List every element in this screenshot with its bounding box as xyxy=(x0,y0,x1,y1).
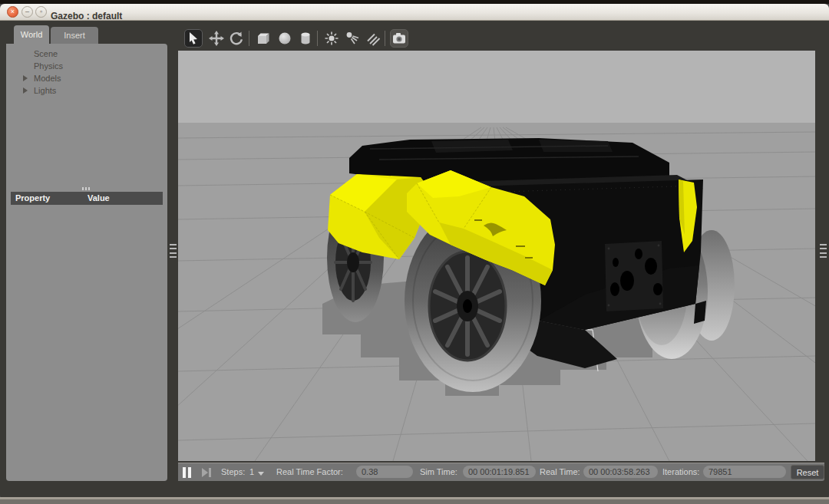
sphere-icon xyxy=(277,31,292,46)
left-splitter-handle[interactable] xyxy=(170,242,177,259)
titlebar[interactable]: × – ▫ Gazebo : default xyxy=(0,4,829,21)
rotate-icon xyxy=(229,31,244,46)
cylinder-icon xyxy=(298,31,313,46)
rear-panel xyxy=(605,241,663,311)
insert-sphere-button[interactable] xyxy=(276,29,294,48)
point-light-button[interactable] xyxy=(322,29,341,48)
tree-item-lights[interactable]: Lights xyxy=(6,84,167,97)
property-table-header: Property Value xyxy=(11,192,163,205)
world-tree: Scene Physics Models Lights xyxy=(6,48,167,97)
toolbar-separator xyxy=(249,31,249,46)
expand-arrow-icon[interactable] xyxy=(23,87,28,94)
spot-light-icon xyxy=(345,31,360,46)
maximize-icon[interactable]: ▫ xyxy=(35,6,47,18)
insert-box-button[interactable] xyxy=(254,29,272,48)
real-time-value: 00 00:03:58.263 xyxy=(583,466,658,478)
rotate-tool-button[interactable] xyxy=(227,29,246,48)
tree-item-scene[interactable]: Scene xyxy=(6,48,167,60)
steps-value[interactable]: 1 xyxy=(249,467,254,476)
right-splitter-handle[interactable] xyxy=(820,242,827,259)
sim-time-label: Sim Time: xyxy=(420,467,457,476)
iterations-label: Iterations: xyxy=(662,467,699,476)
simulation-statusbar: Steps: 1 Real Time Factor: 0.38 Sim Time… xyxy=(178,463,824,481)
directional-light-icon xyxy=(365,31,381,46)
minimize-icon[interactable]: – xyxy=(21,6,33,18)
point-light-icon xyxy=(324,31,339,46)
gazebo-window: × – ▫ Gazebo : default World Insert Scen… xyxy=(0,0,829,504)
close-icon[interactable]: × xyxy=(7,6,18,18)
value-column-header: Value xyxy=(88,192,110,205)
spot-light-button[interactable] xyxy=(343,29,362,48)
tree-item-physics[interactable]: Physics xyxy=(6,60,167,72)
camera-icon xyxy=(391,31,407,46)
expand-arrow-icon[interactable] xyxy=(23,75,28,81)
tree-item-models[interactable]: Models xyxy=(6,72,167,84)
viewport-toolbar xyxy=(178,25,829,51)
reset-button[interactable]: Reset xyxy=(791,465,824,479)
translate-icon xyxy=(209,31,224,46)
insert-cylinder-button[interactable] xyxy=(296,29,315,48)
tab-world[interactable]: World xyxy=(14,25,49,44)
iterations-value: 79851 xyxy=(703,466,786,478)
steps-dropdown-icon[interactable] xyxy=(258,472,264,476)
rtf-label: Real Time Factor: xyxy=(276,467,343,476)
desktop-strip-bottom xyxy=(0,499,829,504)
select-tool-button[interactable] xyxy=(184,29,203,48)
directional-light-button[interactable] xyxy=(364,29,382,48)
translate-tool-button[interactable] xyxy=(207,29,226,48)
toolbar-separator xyxy=(317,31,318,46)
3d-viewport[interactable] xyxy=(178,51,815,461)
toolbar-separator xyxy=(385,31,385,46)
steps-label: Steps: xyxy=(221,467,245,476)
step-button[interactable] xyxy=(202,468,213,477)
sky xyxy=(178,51,815,123)
sim-time-value: 00 00:01:19.851 xyxy=(463,466,536,478)
window-title: Gazebo : default xyxy=(51,11,122,21)
box-icon xyxy=(256,31,271,46)
select-arrow-icon xyxy=(187,31,200,45)
world-panel: Scene Physics Models Lights Property Val… xyxy=(6,44,167,481)
3d-scene xyxy=(178,51,815,461)
rtf-value: 0.38 xyxy=(356,466,413,478)
property-column-header: Property xyxy=(15,192,50,205)
tab-insert[interactable]: Insert xyxy=(51,27,98,44)
screenshot-button[interactable] xyxy=(390,29,408,48)
real-time-label: Real Time: xyxy=(540,467,580,476)
panel-splitter-grip[interactable] xyxy=(82,187,93,190)
pause-button[interactable] xyxy=(183,467,193,478)
